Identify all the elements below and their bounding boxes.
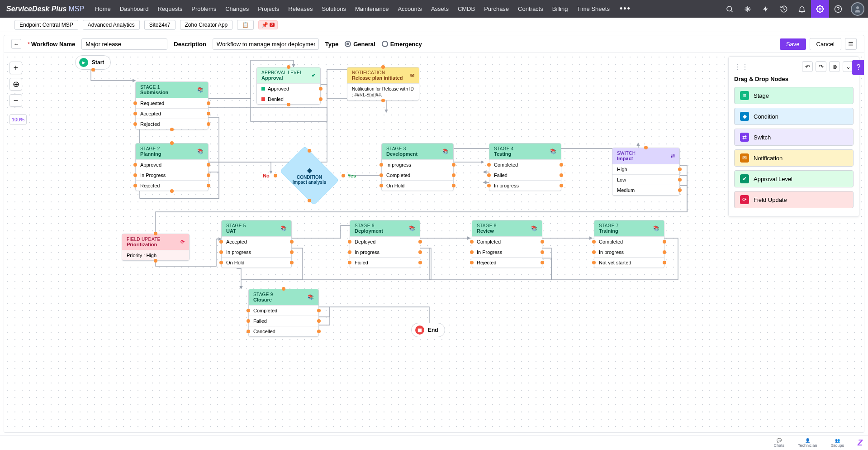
stage4-node[interactable]: STAGE 4Testing📚 Completed Failed In prog… [489, 143, 561, 191]
subbar-analytics[interactable]: Advanced Analytics [83, 20, 140, 30]
switch-node[interactable]: SWITCHImpact⇄ High Low Medium [612, 148, 680, 196]
search-icon[interactable] [721, 0, 739, 18]
nav-timesheets[interactable]: Time Sheets [572, 0, 614, 18]
status-row[interactable]: Medium [612, 185, 679, 195]
workflow-canvas[interactable]: + ⊕ − 100% ▸ Start STAGE 1Submission 📚 R… [4, 53, 864, 433]
bolt-icon[interactable] [757, 0, 775, 18]
stage9-node[interactable]: STAGE 9Closure📚 Completed Failed Cancell… [248, 289, 319, 337]
nav-contracts[interactable]: Contracts [513, 0, 548, 18]
status-row[interactable]: In Progress [472, 247, 542, 257]
status-row[interactable]: In progress [489, 180, 561, 191]
status-row[interactable]: Completed [472, 236, 542, 247]
status-row[interactable]: Accepted [222, 236, 291, 247]
nav-releases[interactable]: Releases [284, 0, 317, 18]
close-panel-button[interactable]: ⊗ [829, 61, 840, 72]
palette-stage[interactable]: ≡Stage [734, 87, 854, 104]
notification-node[interactable]: NOTIFICATIONRelease plan initiated ✉ Not… [347, 67, 419, 101]
status-row[interactable]: In Progress [136, 170, 208, 180]
stage8-node[interactable]: STAGE 8Review📚 Completed In Progress Rej… [472, 220, 542, 268]
nav-changes[interactable]: Changes [221, 0, 253, 18]
nav-projects[interactable]: Projects [253, 0, 284, 18]
nav-billing[interactable]: Billing [548, 0, 573, 18]
status-row[interactable]: Failed [249, 316, 318, 326]
status-row[interactable]: Cancelled [249, 326, 318, 336]
nav-maintenance[interactable]: Maintenance [351, 0, 393, 18]
zoom-out-button[interactable]: − [9, 94, 22, 107]
stage1-node[interactable]: STAGE 1Submission 📚 Requested Accepted R… [135, 81, 209, 129]
status-row[interactable]: Failed [489, 170, 561, 180]
nav-problems[interactable]: Problems [187, 0, 221, 18]
status-row[interactable]: Approved [257, 83, 320, 94]
status-row[interactable]: Completed [382, 170, 453, 180]
bell-icon[interactable] [793, 0, 811, 18]
status-row[interactable]: In progress [350, 247, 420, 257]
nav-requests[interactable]: Requests [153, 0, 187, 18]
status-row[interactable]: Deployed [350, 236, 420, 247]
nav-accounts[interactable]: Accounts [393, 0, 426, 18]
nav-home[interactable]: Home [90, 0, 115, 18]
status-row[interactable]: In progress [382, 159, 453, 170]
approval-node[interactable]: APPROVAL LEVELApproval ✔ Approved Denied [256, 67, 321, 105]
palette-condition[interactable]: ◆Condition [734, 108, 854, 125]
zoom-in-button[interactable]: + [9, 62, 22, 74]
back-button[interactable]: ← [11, 39, 21, 49]
status-row[interactable]: On Hold [382, 180, 453, 191]
status-row[interactable]: Completed [594, 236, 664, 247]
status-row[interactable]: Failed [350, 257, 420, 268]
nav-more-icon[interactable]: ••• [614, 4, 636, 14]
user-avatar[interactable] [851, 2, 864, 16]
status-row[interactable]: In progress [594, 247, 664, 257]
subbar-zoho[interactable]: Zoho Creator App [180, 20, 233, 30]
technician-button[interactable]: 👤Technician [798, 439, 817, 448]
nav-purchase[interactable]: Purchase [479, 0, 513, 18]
status-row[interactable]: In progress [222, 247, 291, 257]
status-row[interactable]: Rejected [472, 257, 542, 268]
start-node[interactable]: ▸ Start [75, 55, 111, 70]
drag-handle-icon[interactable]: ⋮⋮ [734, 62, 749, 71]
subbar-endpoint[interactable]: Endpoint Central MSP [14, 20, 78, 30]
palette-switch[interactable]: ⇄Switch [734, 129, 854, 146]
help-icon[interactable] [829, 0, 847, 18]
workflow-desc-input[interactable] [213, 38, 319, 50]
undo-button[interactable]: ↶ [802, 61, 813, 72]
palette-approval[interactable]: ✔Approval Level [734, 170, 854, 187]
workflow-name-input[interactable] [81, 38, 167, 50]
zoom-fit-button[interactable]: ⊕ [9, 78, 22, 91]
status-row[interactable]: Completed [489, 159, 561, 170]
condition-node[interactable]: ◆ CONDITION Impact analysis No Yes [275, 151, 343, 201]
status-row[interactable]: Approved [136, 159, 208, 170]
port[interactable] [170, 128, 174, 131]
end-node[interactable]: ◼ End [411, 323, 445, 337]
settings-icon[interactable] [811, 0, 829, 18]
stage7-node[interactable]: STAGE 7Training📚 Completed In progress N… [594, 220, 664, 268]
status-row[interactable]: Low [612, 174, 679, 185]
history-icon[interactable] [775, 0, 793, 18]
cancel-button[interactable]: Cancel [810, 38, 841, 50]
fieldupdate-node[interactable]: FIELD UPDATEPrioritization⟳ Priority : H… [122, 234, 190, 261]
subbar-pin-badge[interactable]: 📌3 [258, 20, 278, 29]
status-row[interactable]: High [612, 164, 679, 174]
port[interactable] [91, 68, 95, 72]
palette-fieldupdate[interactable]: ⟳Field Update [734, 191, 854, 208]
menu-button[interactable]: ☰ [845, 38, 857, 50]
status-row[interactable]: On Hold [222, 257, 291, 268]
subbar-site24x7[interactable]: Site24x7 [144, 20, 175, 30]
stage2-node[interactable]: STAGE 2Planning 📚 Approved In Progress R… [135, 143, 209, 191]
status-row[interactable]: Requested [136, 98, 208, 108]
status-row[interactable]: Accepted [136, 108, 208, 119]
groups-button[interactable]: 👥Groups [830, 439, 844, 448]
stage6-node[interactable]: STAGE 6Deployment📚 Deployed In progress … [350, 220, 420, 268]
nav-dashboard[interactable]: Dashboard [115, 0, 153, 18]
nav-assets[interactable]: Assets [427, 0, 453, 18]
status-row[interactable]: Completed [249, 305, 318, 316]
subbar-clipboard-icon[interactable]: 📋 [237, 20, 254, 30]
save-button[interactable]: Save [780, 38, 806, 50]
chats-button[interactable]: 💬Chats [773, 439, 784, 448]
type-emergency-radio[interactable]: Emergency [382, 41, 422, 48]
nav-cmdb[interactable]: CMDB [453, 0, 479, 18]
nav-solutions[interactable]: Solutions [317, 0, 350, 18]
stage3-node[interactable]: STAGE 3Development📚 In progress Complete… [381, 143, 454, 191]
stage5-node[interactable]: STAGE 5UAT📚 Accepted In progress On Hold [221, 220, 292, 268]
status-row[interactable]: Not yet started [594, 257, 664, 268]
palette-notification[interactable]: ✉Notification [734, 149, 854, 167]
